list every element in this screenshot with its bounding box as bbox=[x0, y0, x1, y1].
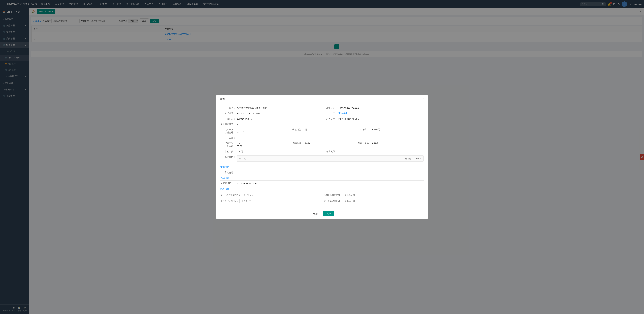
form-row-7: 优惠率%： 0.00 优惠金额： 0.00元 优惠后金额： 65.00元 收款金… bbox=[220, 142, 424, 148]
design-complete-input[interactable] bbox=[242, 193, 275, 197]
remark-group: 备注： bbox=[220, 137, 420, 140]
status-field-value[interactable]: 审核通过 bbox=[338, 112, 347, 115]
payment-type-value: 现金 bbox=[304, 128, 309, 131]
form-row-complete: 单据完成日期： 2021-03-28 17:05:39 bbox=[220, 182, 424, 185]
purchase-arrive-input[interactable] bbox=[343, 193, 376, 197]
complete-section-title: 完成信息 bbox=[220, 176, 229, 179]
doc-no-group: 单据编号： XSDD202103280000000011 bbox=[220, 112, 319, 115]
payment-type-label: 收款类型： bbox=[288, 128, 303, 131]
discount-amount-group: 优惠金额： 0.00元 bbox=[288, 142, 352, 145]
cancel-button[interactable]: 取消 bbox=[310, 211, 321, 216]
discount-rate-value: 0.00 bbox=[237, 142, 241, 145]
cost-total-value: 0.00元 bbox=[416, 157, 422, 160]
tax-total-group: 价税合计： 65.00元 bbox=[220, 131, 420, 134]
tax-total-label: 价税合计： bbox=[220, 131, 236, 134]
receipt-amount-group: 收款金额： 65.00元 bbox=[220, 145, 420, 148]
operator-group: 操作人： 100014_陈冬瓜 bbox=[220, 117, 319, 120]
current-owe-value: 0.00元 bbox=[237, 150, 243, 153]
date-input-row-2: 生产最迟完成时间： 质检最迟完成时间： bbox=[220, 199, 424, 203]
cost-total-label-text: 费用合计： bbox=[405, 157, 415, 160]
approval-section-title: 审批信息 bbox=[220, 166, 229, 168]
date-input-row-1: 设计部最迟完成时间： 采购最迟到货时间： bbox=[220, 193, 424, 197]
modal-dialog: 统筹 × 客户： 合肥童煦教育咨询有限责任公司 单据日期： 2021-03-28… bbox=[216, 95, 428, 219]
receipt-amount-label: 收款金额： bbox=[220, 145, 236, 148]
status-group: 状态： 审核通过 bbox=[322, 112, 420, 115]
complete-date-label: 单据完成日期： bbox=[220, 182, 236, 185]
qc-complete-group: 质检最迟完成时间： bbox=[324, 199, 424, 203]
after-discount-value: 65.00元 bbox=[372, 142, 380, 145]
form-row-5: 结算账户： 收款类型： 现金 金额合计： 65.00元 价税合计： 65.00元 bbox=[220, 128, 424, 134]
complete-date-value: 2021-03-28 17:05:39 bbox=[237, 182, 257, 185]
cost-total-label: 费用合计： 0.00元 bbox=[405, 157, 422, 160]
customer-group: 客户： 合肥童煦教育咨询有限责任公司 bbox=[220, 107, 319, 110]
operator-value: 100014_陈冬瓜 bbox=[237, 117, 252, 120]
doc-no-field-value: XSDD202103280000000011 bbox=[237, 112, 265, 115]
save-button[interactable]: 保存 bbox=[323, 211, 334, 216]
status-field-label: 状态： bbox=[322, 112, 337, 115]
approval-opinion-label: 审批意见： bbox=[220, 171, 236, 174]
spend-project-label: 支出项目： bbox=[239, 157, 250, 160]
entry-date-group: 录入日期： 2021-03-28 17:05:25 bbox=[322, 117, 420, 120]
doc-no-field-label: 单据编号： bbox=[220, 112, 236, 115]
discount-amount-label: 优惠金额： bbox=[288, 142, 303, 145]
other-costs-area: 支出项目： 费用合计： 0.00元 bbox=[237, 156, 424, 161]
remark-label: 备注： bbox=[220, 137, 236, 140]
entry-date-value: 2021-03-28 17:05:25 bbox=[338, 118, 359, 120]
need-plan-value: 1 bbox=[237, 123, 238, 126]
order-date-group: 单据日期： 2021-03-28 17:04:04 bbox=[322, 107, 420, 110]
salesperson-label: 销售人员： bbox=[322, 150, 337, 153]
qc-complete-input[interactable] bbox=[343, 199, 376, 203]
modal-title: 统筹 bbox=[220, 97, 225, 101]
design-complete-label: 设计部最迟完成时间： bbox=[220, 194, 240, 196]
form-row-3: 操作人： 100014_陈冬瓜 录入日期： 2021-03-28 17:05:2… bbox=[220, 117, 424, 120]
form-row-approval: 审批意见： bbox=[220, 171, 424, 174]
order-date-label: 单据日期： bbox=[322, 107, 337, 110]
current-owe-label: 本次欠款： bbox=[220, 150, 236, 153]
form-row-6: 备注： bbox=[220, 137, 424, 140]
total-amount-label: 金额合计： bbox=[356, 128, 371, 131]
design-complete-group: 设计部最迟完成时间： bbox=[220, 193, 320, 197]
salesperson-group: 销售人员： bbox=[322, 150, 420, 153]
purchase-arrive-label: 采购最迟到货时间： bbox=[324, 194, 342, 196]
form-row-9: 其他费用： 支出项目： 费用合计： 0.00元 bbox=[220, 156, 424, 163]
account-label: 结算账户： bbox=[220, 128, 236, 131]
spend-project-input[interactable] bbox=[251, 157, 405, 160]
plan-section-title: 统筹信息 bbox=[220, 187, 229, 190]
need-plan-group: 是否需要统筹： 1 bbox=[220, 123, 420, 126]
total-amount-value: 65.00元 bbox=[372, 128, 380, 131]
after-discount-label: 优惠后金额： bbox=[356, 142, 371, 145]
production-complete-input[interactable] bbox=[240, 199, 273, 203]
total-amount-group: 金额合计： 65.00元 bbox=[356, 128, 420, 131]
complete-section-header: 完成信息 bbox=[220, 176, 424, 181]
production-complete-label: 生产最迟完成时间： bbox=[220, 200, 238, 202]
form-row-4: 是否需要统筹： 1 bbox=[220, 123, 424, 126]
form-row-2: 单据编号： XSDD202103280000000011 状态： 审核通过 bbox=[220, 112, 424, 115]
discount-amount-value: 0.00元 bbox=[304, 142, 311, 145]
form-row-1: 客户： 合肥童煦教育咨询有限责任公司 单据日期： 2021-03-28 17:0… bbox=[220, 107, 424, 110]
discount-rate-label: 优惠率%： bbox=[220, 142, 236, 145]
approval-section-header: 审批信息 bbox=[220, 165, 424, 170]
account-group: 结算账户： bbox=[220, 128, 285, 131]
modal-overlay: 统筹 × 客户： 合肥童煦教育咨询有限责任公司 单据日期： 2021-03-28… bbox=[0, 0, 644, 314]
approval-opinion-group: 审批意见： bbox=[220, 171, 420, 174]
entry-date-label: 录入日期： bbox=[322, 117, 337, 120]
modal-body: 客户： 合肥童煦教育咨询有限责任公司 单据日期： 2021-03-28 17:0… bbox=[216, 103, 428, 208]
other-costs-label: 其他费用： bbox=[220, 156, 236, 158]
purchase-arrive-group: 采购最迟到货时间： bbox=[324, 193, 424, 197]
modal-footer: 取消 保存 bbox=[216, 208, 428, 219]
after-discount-group: 优惠后金额： 65.00元 bbox=[356, 142, 420, 145]
tax-total-value: 65.00元 bbox=[237, 131, 244, 134]
payment-type-group: 收款类型： 现金 bbox=[288, 128, 352, 131]
current-owe-group: 本次欠款： 0.00元 bbox=[220, 150, 319, 153]
customer-label: 客户： bbox=[220, 107, 236, 110]
qc-complete-label: 质检最迟完成时间： bbox=[324, 200, 342, 202]
modal-header: 统筹 × bbox=[216, 95, 428, 103]
order-date-value: 2021-03-28 17:04:04 bbox=[338, 107, 359, 110]
production-complete-group: 生产最迟完成时间： bbox=[220, 199, 320, 203]
customer-value: 合肥童煦教育咨询有限责任公司 bbox=[237, 107, 267, 110]
need-plan-label: 是否需要统筹： bbox=[220, 123, 236, 126]
receipt-amount-value: 65.00元 bbox=[237, 145, 244, 148]
form-row-8: 本次欠款： 0.00元 销售人员： bbox=[220, 150, 424, 153]
complete-date-group: 单据完成日期： 2021-03-28 17:05:39 bbox=[220, 182, 420, 185]
modal-close-button[interactable]: × bbox=[422, 97, 424, 101]
